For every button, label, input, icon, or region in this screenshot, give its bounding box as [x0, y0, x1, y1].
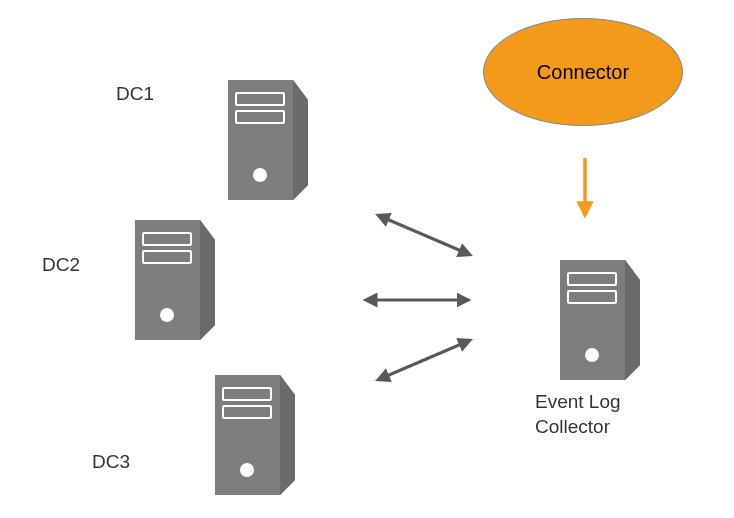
- dc2-label: DC2: [42, 253, 80, 278]
- svg-rect-17: [224, 389, 270, 399]
- svg-marker-1: [293, 80, 308, 200]
- svg-point-6: [253, 168, 267, 182]
- server-icon-collector: [530, 250, 650, 380]
- dc3-label: DC3: [92, 450, 130, 475]
- collector-label: Event Log Collector: [535, 390, 621, 439]
- dc1-label: DC1: [116, 82, 154, 107]
- svg-marker-8: [200, 220, 215, 340]
- svg-line-28: [382, 217, 466, 253]
- svg-line-30: [382, 342, 466, 378]
- collector-label-line1: Event Log: [535, 391, 621, 412]
- svg-rect-3: [237, 94, 283, 104]
- connector-ellipse: Connector: [483, 18, 683, 126]
- server-icon-dc1: [198, 70, 318, 200]
- bidirectional-arrow-dc2: [358, 285, 478, 315]
- bidirectional-arrow-dc3: [370, 330, 480, 390]
- svg-marker-15: [280, 375, 295, 495]
- svg-rect-10: [144, 234, 190, 244]
- svg-rect-5: [237, 112, 283, 122]
- collector-label-line2: Collector: [535, 416, 610, 437]
- connector-label: Connector: [537, 61, 629, 84]
- connector-arrow: [565, 150, 605, 230]
- svg-marker-22: [625, 260, 640, 380]
- svg-rect-12: [144, 252, 190, 262]
- bidirectional-arrow-dc1: [370, 205, 480, 265]
- server-icon-dc3: [185, 365, 305, 495]
- svg-rect-24: [569, 274, 615, 284]
- svg-rect-26: [569, 292, 615, 302]
- server-icon-dc2: [105, 210, 225, 340]
- svg-point-27: [585, 348, 599, 362]
- svg-point-20: [240, 463, 254, 477]
- svg-rect-19: [224, 407, 270, 417]
- svg-point-13: [160, 308, 174, 322]
